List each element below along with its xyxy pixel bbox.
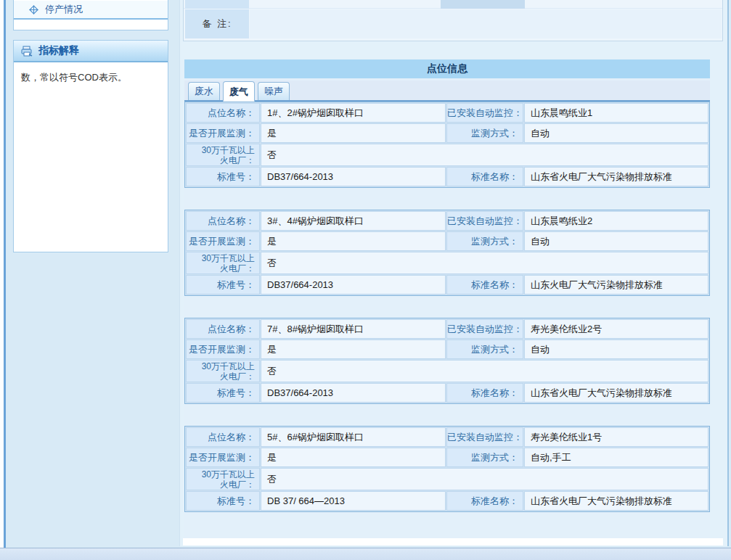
standard-no-label: 标准号： [186, 275, 260, 295]
point-info-table: 点位名称： 7#、8#锅炉烟囱取样口 已安装自动监控： 寿光美伦纸业2号 是否开… [184, 318, 710, 404]
panel-bottom-strip [183, 538, 723, 545]
sidebar-menu-panel: 停产情况 [13, 0, 168, 30]
point-info-table: 点位名称： 3#、4#锅炉烟囱取样口 已安装自动监控： 山东晨鸣纸业2 是否开展… [184, 210, 710, 296]
table-row: 标准号： DB37/664-2013 标准名称： 山东火电厂大气污染物排放标准 [186, 275, 708, 295]
standard-name-label: 标准名称： [446, 383, 523, 403]
indicator-explain-panel: 指标解释 数，常以符号COD表示。 [13, 40, 168, 252]
power-plant-label: 30万千瓦以上 火电厂： [186, 468, 260, 490]
point-name-label: 点位名称： [186, 427, 260, 447]
auto-monitor-label: 已安装自动监控： [446, 427, 523, 447]
auto-monitor-label: 已安装自动监控： [446, 319, 523, 339]
tab-strip: 废水废气噪声 [184, 81, 710, 102]
sidebar-item-label: 停产情况 [45, 3, 83, 16]
tab-waste-gas[interactable]: 废气 [223, 81, 255, 102]
point-name-value: 5#、6#锅炉烟囱取样口 [261, 427, 446, 447]
point-name-value: 3#、4#锅炉烟囱取样口 [261, 211, 446, 231]
standard-no-value: DB37/664-2013 [261, 383, 446, 403]
table-row: 点位名称： 5#、6#锅炉烟囱取样口 已安装自动监控： 寿光美伦纸业1号 [186, 427, 708, 447]
auto-monitor-label: 已安装自动监控： [446, 103, 523, 123]
point-name-value: 1#、2#锅炉烟囱取样口 [261, 103, 446, 123]
monitored-value: 是 [261, 231, 446, 251]
monitor-method-label: 监测方式： [446, 339, 523, 359]
monitored-value: 是 [261, 448, 446, 467]
table-row: 30万千瓦以上 火电厂： 否 [186, 360, 708, 382]
power-plant-label-line1: 30万千瓦以上 [187, 253, 255, 263]
table-row: 点位名称： 1#、2#锅炉烟囱取样口 已安装自动监控： 山东晨鸣纸业1 [186, 103, 708, 123]
monitor-method-value: 自动,手工 [524, 448, 708, 467]
form-remnant: 备 注: [183, 0, 723, 41]
points-container: 点位名称： 1#、2#锅炉烟囱取样口 已安装自动监控： 山东晨鸣纸业1 是否开展… [184, 102, 710, 512]
remark-label: 备 注: [185, 9, 249, 38]
monitored-label: 是否开展监测： [186, 339, 260, 359]
monitored-value: 是 [261, 339, 446, 359]
power-plant-label-line2: 火电厂： [187, 371, 255, 382]
table-row: 标准号： DB37/664-2013 标准名称： 山东省火电厂大气污染物排放标准 [186, 383, 708, 403]
standard-name-label: 标准名称： [446, 167, 523, 186]
standard-no-label: 标准号： [186, 167, 260, 186]
power-plant-label: 30万千瓦以上 火电厂： [186, 144, 260, 166]
tab-wastewater[interactable]: 废水 [188, 82, 220, 100]
table-row: 30万千瓦以上 火电厂： 否 [186, 252, 708, 274]
auto-monitor-value: 山东晨鸣纸业1 [524, 103, 708, 123]
move-diamond-icon [28, 4, 39, 15]
auto-monitor-value: 寿光美伦纸业1号 [524, 427, 708, 447]
point-info-table: 点位名称： 5#、6#锅炉烟囱取样口 已安装自动监控： 寿光美伦纸业1号 是否开… [184, 426, 710, 512]
standard-name-value: 山东省火电厂大气污染物排放标准 [524, 491, 708, 511]
auto-monitor-value: 寿光美伦纸业2号 [524, 319, 708, 339]
table-row: 是否开展监测： 是 监测方式： 自动,手工 [186, 448, 708, 467]
standard-no-value: DB37/664-2013 [261, 167, 446, 186]
remark-value-field [250, 9, 722, 38]
table-row: 是否开展监测： 是 监测方式： 自动 [186, 123, 708, 143]
point-name-label: 点位名称： [186, 319, 260, 339]
form-cutoff-row [184, 0, 722, 9]
table-row: 标准号： DB 37/ 664—2013 标准名称： 山东省火电厂大气污染物排放… [186, 491, 708, 511]
monitor-method-value: 自动 [524, 231, 708, 251]
power-plant-value: 否 [261, 360, 708, 382]
indicator-explain-title: 指标解释 [38, 44, 79, 57]
point-info-table: 点位名称： 1#、2#锅炉烟囱取样口 已安装自动监控： 山东晨鸣纸业1 是否开展… [184, 102, 710, 188]
standard-no-value: DB37/664-2013 [261, 275, 446, 295]
form-cutoff-label-cell [185, 0, 249, 9]
standard-name-label: 标准名称： [446, 275, 523, 295]
power-plant-label: 30万千瓦以上 火电厂： [186, 360, 260, 382]
point-info-section: 点位信息 废水废气噪声 点位名称： 1#、2#锅炉烟囱取样口 已安装自动监控： … [184, 59, 710, 538]
point-info-title: 点位信息 [184, 59, 710, 78]
power-plant-label-line2: 火电厂： [187, 479, 255, 490]
standard-name-value: 山东省火电厂大气污染物排放标准 [524, 167, 708, 186]
footer-bar [0, 548, 731, 560]
power-plant-value: 否 [261, 144, 708, 166]
left-edge-divider [4, 0, 6, 560]
remark-row: 备 注: [184, 9, 722, 38]
monitor-method-value: 自动 [524, 123, 708, 143]
point-name-label: 点位名称： [186, 103, 260, 123]
standard-name-value: 山东火电厂大气污染物排放标准 [524, 275, 708, 295]
monitor-method-label: 监测方式： [446, 448, 523, 467]
power-plant-label-line2: 火电厂： [187, 263, 255, 273]
table-row: 点位名称： 3#、4#锅炉烟囱取样口 已安装自动监控： 山东晨鸣纸业2 [186, 211, 708, 231]
power-plant-value: 否 [261, 252, 708, 274]
main-content-panel: 备 注: 点位信息 废水废气噪声 点位名称： 1#、2#锅炉烟囱取样口 已安装自… [179, 0, 729, 546]
table-row: 是否开展监测： 是 监测方式： 自动 [186, 231, 708, 251]
power-plant-label-line1: 30万千瓦以上 [187, 145, 255, 155]
form-cutoff-fragment-cell [441, 0, 525, 9]
indicator-explain-text: 数，常以符号COD表示。 [14, 62, 168, 93]
table-row: 标准号： DB37/664-2013 标准名称： 山东省火电厂大气污染物排放标准 [186, 167, 708, 186]
monitor-method-value: 自动 [524, 339, 708, 359]
monitored-label: 是否开展监测： [186, 123, 260, 143]
power-plant-label-line1: 30万千瓦以上 [187, 361, 255, 371]
point-name-value: 7#、8#锅炉烟囱取样口 [261, 319, 446, 339]
tab-noise[interactable]: 噪声 [258, 82, 290, 100]
sidebar-item-stop-production[interactable]: 停产情况 [14, 1, 168, 20]
monitored-label: 是否开展监测： [186, 448, 260, 467]
power-plant-label-line1: 30万千瓦以上 [187, 469, 255, 479]
power-plant-value: 否 [261, 468, 708, 490]
power-plant-label-line2: 火电厂： [187, 155, 255, 165]
monitored-label: 是否开展监测： [186, 231, 260, 251]
standard-no-value: DB 37/ 664—2013 [261, 491, 446, 511]
monitor-method-label: 监测方式： [446, 231, 523, 251]
standard-name-label: 标准名称： [446, 491, 523, 511]
monitor-method-label: 监测方式： [446, 123, 523, 143]
auto-monitor-value: 山东晨鸣纸业2 [524, 211, 708, 231]
standard-no-label: 标准号： [186, 491, 260, 511]
power-plant-label: 30万千瓦以上 火电厂： [186, 252, 260, 274]
